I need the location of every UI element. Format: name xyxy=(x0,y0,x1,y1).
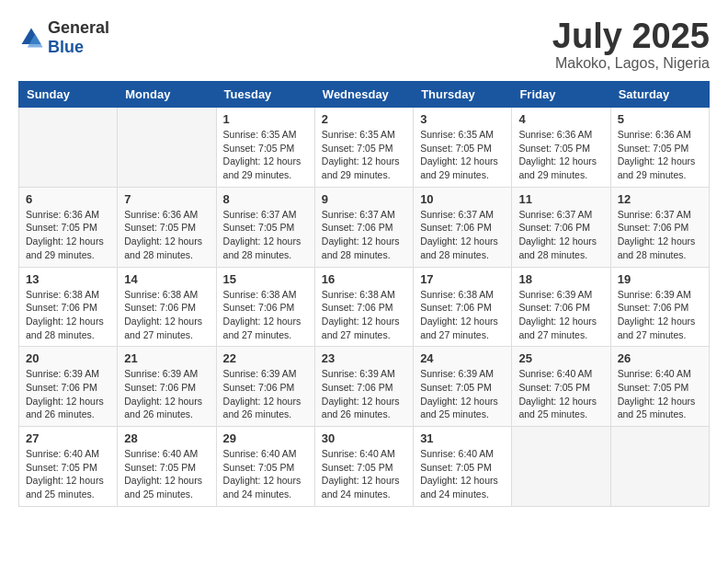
day-info: Sunrise: 6:40 AM Sunset: 7:05 PM Dayligh… xyxy=(618,367,702,421)
day-info: Sunrise: 6:40 AM Sunset: 7:05 PM Dayligh… xyxy=(223,447,308,501)
calendar-cell: 16Sunrise: 6:38 AM Sunset: 7:06 PM Dayli… xyxy=(314,267,413,347)
calendar-cell: 12Sunrise: 6:37 AM Sunset: 7:06 PM Dayli… xyxy=(610,187,709,267)
day-number: 30 xyxy=(322,431,406,445)
day-info: Sunrise: 6:39 AM Sunset: 7:06 PM Dayligh… xyxy=(322,367,406,421)
day-info: Sunrise: 6:35 AM Sunset: 7:05 PM Dayligh… xyxy=(223,128,308,182)
calendar-cell: 20Sunrise: 6:39 AM Sunset: 7:06 PM Dayli… xyxy=(19,347,118,427)
calendar-cell: 18Sunrise: 6:39 AM Sunset: 7:06 PM Dayli… xyxy=(512,267,610,347)
day-number: 5 xyxy=(618,112,702,126)
logo-general: General xyxy=(48,18,109,37)
day-info: Sunrise: 6:38 AM Sunset: 7:06 PM Dayligh… xyxy=(322,288,406,342)
day-info: Sunrise: 6:35 AM Sunset: 7:05 PM Dayligh… xyxy=(322,128,406,182)
calendar-cell: 1Sunrise: 6:35 AM Sunset: 7:05 PM Daylig… xyxy=(216,108,314,188)
day-number: 3 xyxy=(420,112,505,126)
day-info: Sunrise: 6:40 AM Sunset: 7:05 PM Dayligh… xyxy=(124,447,209,501)
day-number: 21 xyxy=(124,351,209,365)
calendar-cell: 29Sunrise: 6:40 AM Sunset: 7:05 PM Dayli… xyxy=(216,427,314,507)
day-number: 19 xyxy=(618,272,702,286)
day-info: Sunrise: 6:39 AM Sunset: 7:06 PM Dayligh… xyxy=(518,288,603,342)
day-info: Sunrise: 6:37 AM Sunset: 7:05 PM Dayligh… xyxy=(223,208,308,262)
calendar-cell: 14Sunrise: 6:38 AM Sunset: 7:06 PM Dayli… xyxy=(118,267,216,347)
day-number: 13 xyxy=(26,272,110,286)
day-number: 1 xyxy=(223,112,308,126)
day-number: 26 xyxy=(618,351,702,365)
calendar-week-row: 13Sunrise: 6:38 AM Sunset: 7:06 PM Dayli… xyxy=(19,267,710,347)
weekday-header: Friday xyxy=(512,82,610,108)
day-info: Sunrise: 6:38 AM Sunset: 7:06 PM Dayligh… xyxy=(124,288,209,342)
calendar-cell: 7Sunrise: 6:36 AM Sunset: 7:05 PM Daylig… xyxy=(118,187,216,267)
day-number: 9 xyxy=(322,192,406,206)
day-number: 17 xyxy=(420,272,505,286)
day-info: Sunrise: 6:37 AM Sunset: 7:06 PM Dayligh… xyxy=(420,208,505,262)
calendar-cell: 9Sunrise: 6:37 AM Sunset: 7:06 PM Daylig… xyxy=(314,187,413,267)
day-number: 23 xyxy=(322,351,406,365)
day-info: Sunrise: 6:37 AM Sunset: 7:06 PM Dayligh… xyxy=(518,208,603,262)
day-info: Sunrise: 6:35 AM Sunset: 7:05 PM Dayligh… xyxy=(420,128,505,182)
calendar-cell: 25Sunrise: 6:40 AM Sunset: 7:05 PM Dayli… xyxy=(512,347,610,427)
day-number: 15 xyxy=(223,272,308,286)
day-number: 6 xyxy=(26,192,110,206)
weekday-header: Sunday xyxy=(19,82,118,108)
calendar-cell: 2Sunrise: 6:35 AM Sunset: 7:05 PM Daylig… xyxy=(314,108,413,188)
day-number: 28 xyxy=(124,431,209,445)
calendar-cell: 15Sunrise: 6:38 AM Sunset: 7:06 PM Dayli… xyxy=(216,267,314,347)
day-number: 2 xyxy=(322,112,406,126)
day-number: 7 xyxy=(124,192,209,206)
calendar-cell: 24Sunrise: 6:39 AM Sunset: 7:05 PM Dayli… xyxy=(414,347,512,427)
calendar-cell: 21Sunrise: 6:39 AM Sunset: 7:06 PM Dayli… xyxy=(118,347,216,427)
day-info: Sunrise: 6:40 AM Sunset: 7:05 PM Dayligh… xyxy=(518,367,603,421)
calendar-header-row: SundayMondayTuesdayWednesdayThursdayFrid… xyxy=(19,82,710,108)
calendar-cell: 5Sunrise: 6:36 AM Sunset: 7:05 PM Daylig… xyxy=(610,108,709,188)
calendar-cell xyxy=(512,427,610,507)
day-info: Sunrise: 6:40 AM Sunset: 7:05 PM Dayligh… xyxy=(322,447,406,501)
day-number: 25 xyxy=(518,351,603,365)
day-info: Sunrise: 6:36 AM Sunset: 7:05 PM Dayligh… xyxy=(124,208,209,262)
day-info: Sunrise: 6:39 AM Sunset: 7:06 PM Dayligh… xyxy=(618,288,702,342)
day-number: 4 xyxy=(518,112,603,126)
title-area: July 2025 Makoko, Lagos, Nigeria xyxy=(552,18,710,72)
day-info: Sunrise: 6:37 AM Sunset: 7:06 PM Dayligh… xyxy=(322,208,406,262)
day-number: 10 xyxy=(420,192,505,206)
day-number: 11 xyxy=(518,192,603,206)
calendar-table: SundayMondayTuesdayWednesdayThursdayFrid… xyxy=(18,81,710,507)
weekday-header: Saturday xyxy=(610,82,709,108)
day-info: Sunrise: 6:40 AM Sunset: 7:05 PM Dayligh… xyxy=(420,447,505,501)
calendar-week-row: 1Sunrise: 6:35 AM Sunset: 7:05 PM Daylig… xyxy=(19,108,710,188)
page-header: General Blue July 2025 Makoko, Lagos, Ni… xyxy=(18,18,710,72)
calendar-cell: 13Sunrise: 6:38 AM Sunset: 7:06 PM Dayli… xyxy=(19,267,118,347)
calendar-cell xyxy=(118,108,216,188)
day-info: Sunrise: 6:39 AM Sunset: 7:06 PM Dayligh… xyxy=(26,367,110,421)
calendar-cell: 11Sunrise: 6:37 AM Sunset: 7:06 PM Dayli… xyxy=(512,187,610,267)
day-info: Sunrise: 6:36 AM Sunset: 7:05 PM Dayligh… xyxy=(618,128,702,182)
day-info: Sunrise: 6:39 AM Sunset: 7:06 PM Dayligh… xyxy=(223,367,308,421)
calendar-cell: 31Sunrise: 6:40 AM Sunset: 7:05 PM Dayli… xyxy=(414,427,512,507)
location-title: Makoko, Lagos, Nigeria xyxy=(552,55,710,72)
day-number: 29 xyxy=(223,431,308,445)
day-info: Sunrise: 6:36 AM Sunset: 7:05 PM Dayligh… xyxy=(518,128,603,182)
day-number: 27 xyxy=(26,431,110,445)
day-number: 20 xyxy=(26,351,110,365)
logo-icon xyxy=(18,25,44,51)
calendar-cell: 4Sunrise: 6:36 AM Sunset: 7:05 PM Daylig… xyxy=(512,108,610,188)
calendar-cell: 22Sunrise: 6:39 AM Sunset: 7:06 PM Dayli… xyxy=(216,347,314,427)
calendar-cell: 10Sunrise: 6:37 AM Sunset: 7:06 PM Dayli… xyxy=(414,187,512,267)
day-number: 14 xyxy=(124,272,209,286)
weekday-header: Monday xyxy=(118,82,216,108)
weekday-header: Wednesday xyxy=(314,82,413,108)
calendar-cell: 27Sunrise: 6:40 AM Sunset: 7:05 PM Dayli… xyxy=(19,427,118,507)
day-number: 18 xyxy=(518,272,603,286)
calendar-cell: 26Sunrise: 6:40 AM Sunset: 7:05 PM Dayli… xyxy=(610,347,709,427)
day-info: Sunrise: 6:39 AM Sunset: 7:05 PM Dayligh… xyxy=(420,367,505,421)
calendar-cell: 30Sunrise: 6:40 AM Sunset: 7:05 PM Dayli… xyxy=(314,427,413,507)
calendar-cell: 23Sunrise: 6:39 AM Sunset: 7:06 PM Dayli… xyxy=(314,347,413,427)
calendar-week-row: 20Sunrise: 6:39 AM Sunset: 7:06 PM Dayli… xyxy=(19,347,710,427)
month-title: July 2025 xyxy=(552,18,710,53)
day-number: 12 xyxy=(618,192,702,206)
calendar-cell: 3Sunrise: 6:35 AM Sunset: 7:05 PM Daylig… xyxy=(414,108,512,188)
logo: General Blue xyxy=(18,18,109,57)
calendar-cell: 17Sunrise: 6:38 AM Sunset: 7:06 PM Dayli… xyxy=(414,267,512,347)
day-info: Sunrise: 6:39 AM Sunset: 7:06 PM Dayligh… xyxy=(124,367,209,421)
calendar-cell: 6Sunrise: 6:36 AM Sunset: 7:05 PM Daylig… xyxy=(19,187,118,267)
day-number: 22 xyxy=(223,351,308,365)
day-number: 16 xyxy=(322,272,406,286)
